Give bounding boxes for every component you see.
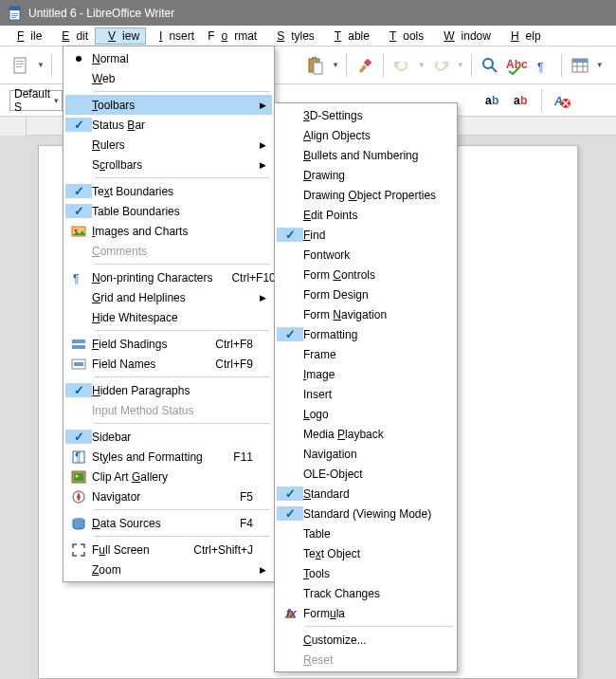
menu-help[interactable]: Help [498, 28, 548, 45]
view-input-method-status: Input Method Status [65, 400, 272, 420]
view-grid-and-helplines[interactable]: Grid and Helplines▶ [65, 287, 272, 307]
spellcheck-icon[interactable]: Abc [505, 54, 528, 77]
view-clip-art-gallery[interactable]: Clip Art Gallery [65, 467, 272, 486]
clear-format-icon[interactable]: A [551, 89, 573, 112]
view-table-boundaries[interactable]: ✓Table Boundaries [65, 201, 272, 221]
menu-styles[interactable]: Styles [263, 28, 321, 45]
toolbars-table[interactable]: Table [277, 523, 455, 543]
format-paintbrush-icon[interactable] [353, 54, 376, 77]
menu-file[interactable]: File [4, 28, 48, 45]
menu-item-label: Sidebar [92, 431, 253, 444]
titlebar: Untitled 6 - LibreOffice Writer [0, 0, 616, 26]
view-status-bar[interactable]: ✓Status Bar [65, 115, 272, 135]
check-icon: ✓ [65, 184, 92, 198]
toolbars-reset: Reset [277, 650, 455, 670]
toolbars-find[interactable]: ✓Find [277, 225, 455, 245]
paragraph-style-combo[interactable]: Default S [9, 90, 63, 111]
toolbars-ole-object[interactable]: OLE-Object [277, 464, 455, 484]
highlight-icon[interactable]: ab [481, 89, 504, 112]
toolbars-tools[interactable]: Tools [277, 563, 455, 583]
menu-format[interactable]: Format [201, 28, 263, 45]
view-field-shadings[interactable]: Field ShadingsCtrl+F8 [65, 334, 272, 354]
menu-item-label: Hidden Paragraphs [92, 384, 253, 397]
toolbars-media-playback[interactable]: Media Playback [277, 424, 455, 444]
toolbars-text-object[interactable]: Text Object [277, 543, 455, 563]
toolbars-standard[interactable]: ✓Standard [277, 484, 455, 504]
dropdown-icon[interactable]: ▼ [596, 61, 604, 69]
dropdown-icon[interactable]: ▼ [457, 61, 464, 69]
toolbars-drawing[interactable]: Drawing [277, 165, 455, 185]
menu-tools[interactable]: Tools [376, 28, 430, 45]
pilcrow-icon[interactable]: ¶ [532, 54, 554, 77]
view-menu: NormalWebToolbars▶✓Status BarRulers▶Scro… [63, 46, 275, 582]
view-navigator[interactable]: NavigatorF5 [65, 486, 272, 506]
toolbars-edit-points[interactable]: Edit Points [277, 205, 455, 225]
paste-icon[interactable] [304, 54, 327, 77]
toolbars-navigation[interactable]: Navigation [277, 444, 455, 464]
menu-item-label: Formula [303, 607, 436, 620]
toolbars-standard-viewing-mode-[interactable]: ✓Standard (Viewing Mode) [277, 504, 455, 523]
check-icon: ✓ [65, 204, 92, 218]
toolbars-form-navigation[interactable]: Form Navigation [277, 304, 455, 324]
menu-edit[interactable]: Edit [48, 28, 95, 45]
menu-item-label: Form Controls [303, 268, 436, 282]
table-icon[interactable] [569, 54, 591, 77]
menu-item-label: Styles and Formatting [92, 450, 214, 464]
view-normal[interactable]: Normal [65, 48, 272, 68]
view-toolbars[interactable]: Toolbars▶ [65, 95, 272, 115]
toolbars-insert[interactable]: Insert [277, 384, 455, 404]
toolbars-form-controls[interactable]: Form Controls [277, 265, 455, 284]
toolbars-customize-[interactable]: Customize... [277, 630, 455, 650]
svg-rect-33 [72, 340, 85, 343]
toolbars-3d-settings[interactable]: 3D-Settings [277, 105, 455, 125]
toolbars-drawing-object-properties[interactable]: Drawing Object Properties [277, 185, 455, 205]
shortcut-label: F4 [240, 517, 253, 530]
toolbars-logo[interactable]: Logo [277, 404, 455, 424]
svg-rect-12 [364, 58, 371, 65]
svg-rect-18 [572, 59, 588, 63]
view-data-sources[interactable]: Data SourcesF4 [65, 513, 272, 533]
find-icon[interactable] [479, 54, 501, 77]
menu-item-label: Logo [303, 408, 436, 421]
toolbars-fontwork[interactable]: Fontwork [277, 245, 455, 265]
toolbars-formatting[interactable]: ✓Formatting [277, 324, 455, 344]
toolbars-frame[interactable]: Frame [277, 344, 455, 364]
toolbars-form-design[interactable]: Form Design [277, 284, 455, 304]
redo-icon[interactable] [429, 54, 452, 77]
menu-table[interactable]: Table [321, 28, 376, 45]
undo-icon[interactable] [390, 54, 413, 77]
menu-item-label: Find [303, 229, 436, 242]
check-icon [65, 516, 92, 531]
view-text-boundaries[interactable]: ✓Text Boundaries [65, 181, 272, 201]
menu-insert[interactable]: Insert [146, 28, 201, 45]
toolbars-align-objects[interactable]: Align Objects [277, 125, 455, 145]
view-styles-and-formatting[interactable]: ¶Styles and FormattingF11 [65, 447, 272, 467]
toolbars-formula[interactable]: fxFormula [277, 603, 455, 623]
view-hidden-paragraphs[interactable]: ✓Hidden Paragraphs [65, 380, 272, 400]
view-hide-whitespace[interactable]: Hide Whitespace [65, 307, 272, 327]
menu-window[interactable]: Window [430, 28, 498, 45]
view-web[interactable]: Web [65, 68, 272, 88]
view-rulers[interactable]: Rulers▶ [65, 135, 272, 155]
dropdown-icon[interactable]: ▼ [418, 61, 426, 69]
view-full-screen[interactable]: Full ScreenCtrl+Shift+J [65, 540, 272, 560]
svg-text:¶: ¶ [73, 272, 79, 285]
toolbars-bullets-and-numbering[interactable]: Bullets and Numbering [277, 145, 455, 165]
dropdown-icon[interactable]: ▼ [332, 61, 339, 69]
menu-view[interactable]: View [95, 28, 146, 45]
dropdown-icon[interactable]: ▼ [37, 61, 45, 69]
new-doc-icon[interactable] [9, 54, 32, 77]
toolbars-image[interactable]: Image [277, 364, 455, 384]
menu-item-label: Table Boundaries [92, 205, 253, 218]
view-sidebar[interactable]: ✓Sidebar [65, 427, 272, 447]
view-images-and-charts[interactable]: Images and Charts [65, 221, 272, 241]
char-bg-icon[interactable]: ab [510, 89, 533, 112]
view-field-names[interactable]: Field NamesCtrl+F9 [65, 354, 272, 374]
svg-text:A: A [553, 95, 563, 108]
view-zoom[interactable]: Zoom▶ [65, 560, 272, 579]
menu-item-label: Text Boundaries [92, 185, 253, 198]
menu-item-label: Bullets and Numbering [303, 149, 436, 162]
view-non-printing-characters[interactable]: ¶Non-printing CharactersCtrl+F10 [65, 267, 272, 287]
view-scrollbars[interactable]: Scrollbars▶ [65, 155, 272, 174]
toolbars-track-changes[interactable]: Track Changes [277, 583, 455, 603]
